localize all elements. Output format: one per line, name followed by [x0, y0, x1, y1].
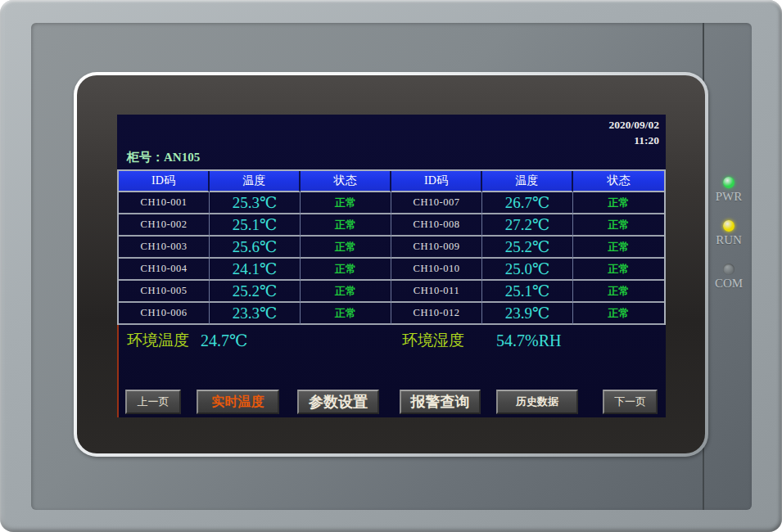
status-cell: 正常 — [573, 237, 664, 259]
table-row: CH10-002 25.1℃ 正常 CH10-008 27.2℃ 正常 — [119, 214, 664, 237]
id-cell: CH10-007 — [391, 192, 482, 214]
table-row: CH10-001 25.3℃ 正常 CH10-007 26.7℃ 正常 — [119, 192, 664, 214]
status-cell: 正常 — [301, 192, 391, 214]
temp-cell: 24.1℃ — [210, 259, 301, 281]
table-row: CH10-005 25.2℃ 正常 CH10-011 25.1℃ 正常 — [119, 281, 664, 303]
status-cell: 正常 — [573, 281, 664, 303]
id-cell: CH10-001 — [119, 192, 210, 214]
id-cell: CH10-009 — [391, 237, 482, 259]
history-data-button[interactable]: 历史数据 — [496, 390, 578, 414]
lcd-screen: 2020/09/02 11:20 柜号：AN105 ID码 温度 状态 ID码 … — [117, 115, 666, 417]
ambient-humidity-value: 54.7%RH — [496, 327, 561, 354]
status-cell: 正常 — [301, 237, 391, 259]
status-cell: 正常 — [573, 259, 664, 281]
ambient-temp-value: 24.7℃ — [201, 327, 247, 354]
pwr-led-block: PWR — [716, 177, 743, 204]
table-header-row: ID码 温度 状态 ID码 温度 状态 — [119, 171, 664, 192]
nav-button-bar: 上一页 实时温度 参数设置 报警查询 历史数据 下一页 — [117, 390, 666, 414]
status-cell: 正常 — [573, 303, 664, 325]
environment-row: 环境温度 24.7℃ 环境湿度 54.7%RH — [117, 327, 666, 354]
header-status: 状态 — [301, 171, 391, 192]
temp-cell: 25.2℃ — [482, 237, 573, 259]
header-id: ID码 — [119, 171, 210, 192]
temp-cell: 23.9℃ — [482, 303, 573, 325]
run-led-icon — [723, 220, 735, 232]
pwr-led-icon — [723, 177, 735, 188]
hmi-device-frame: PWR RUN COM 2020/09/02 11:20 柜号：AN105 — [0, 0, 782, 532]
id-cell: CH10-003 — [119, 237, 210, 259]
status-leds: PWR RUN COM — [704, 177, 753, 307]
ambient-humidity-label: 环境湿度 — [402, 327, 464, 354]
status-cell: 正常 — [573, 214, 664, 237]
id-cell: CH10-008 — [391, 214, 482, 237]
temp-cell: 27.2℃ — [482, 214, 573, 237]
status-cell: 正常 — [301, 281, 391, 303]
header-id: ID码 — [391, 171, 482, 192]
ambient-temp-label: 环境温度 — [127, 327, 189, 354]
realtime-temp-button[interactable]: 实时温度 — [197, 390, 279, 414]
temp-cell: 25.6℃ — [210, 237, 301, 259]
header-status: 状态 — [573, 171, 664, 192]
channel-table: ID码 温度 状态 ID码 温度 状态 CH10-001 25.3℃ 正常 CH… — [117, 169, 666, 325]
time-display: 11:20 — [608, 133, 659, 148]
com-led-block: COM — [715, 264, 743, 291]
com-led-icon — [723, 264, 735, 275]
alarm-query-button[interactable]: 报警查询 — [400, 390, 481, 414]
id-cell: CH10-010 — [391, 259, 482, 281]
parameter-settings-button[interactable]: 参数设置 — [297, 390, 379, 414]
datetime-display: 2020/09/02 11:20 — [608, 117, 659, 148]
id-cell: CH10-002 — [119, 214, 210, 237]
temp-cell: 25.1℃ — [482, 281, 573, 303]
table-row: CH10-006 23.3℃ 正常 CH10-012 23.9℃ 正常 — [119, 303, 664, 325]
cabinet-number-label: 柜号：AN105 — [127, 150, 200, 165]
status-cell: 正常 — [301, 214, 391, 237]
temp-cell: 25.1℃ — [210, 214, 301, 237]
id-cell: CH10-005 — [119, 281, 210, 303]
temp-cell: 25.0℃ — [482, 259, 573, 281]
id-cell: CH10-006 — [119, 303, 210, 325]
next-page-button[interactable]: 下一页 — [603, 390, 658, 414]
header-temp: 温度 — [482, 171, 573, 192]
temp-cell: 26.7℃ — [482, 192, 573, 214]
header-temp: 温度 — [210, 171, 301, 192]
id-cell: CH10-004 — [119, 259, 210, 281]
screen-bezel-rim: 2020/09/02 11:20 柜号：AN105 ID码 温度 状态 ID码 … — [74, 72, 708, 457]
com-led-label: COM — [715, 277, 743, 291]
run-led-label: RUN — [716, 233, 742, 247]
temp-cell: 23.3℃ — [210, 303, 301, 325]
status-cell: 正常 — [573, 192, 664, 214]
pwr-led-label: PWR — [716, 190, 743, 204]
led-strip: PWR RUN COM — [703, 23, 753, 510]
status-cell: 正常 — [301, 259, 391, 281]
table-row: CH10-003 25.6℃ 正常 CH10-009 25.2℃ 正常 — [119, 237, 664, 259]
id-cell: CH10-011 — [391, 281, 482, 303]
prev-page-button[interactable]: 上一页 — [125, 390, 181, 414]
id-cell: CH10-012 — [391, 303, 482, 325]
status-cell: 正常 — [301, 303, 391, 325]
date-display: 2020/09/02 — [608, 117, 659, 133]
temp-cell: 25.3℃ — [210, 192, 301, 214]
temp-cell: 25.2℃ — [210, 281, 301, 303]
run-led-block: RUN — [716, 220, 742, 247]
table-row: CH10-004 24.1℃ 正常 CH10-010 25.0℃ 正常 — [119, 259, 664, 281]
